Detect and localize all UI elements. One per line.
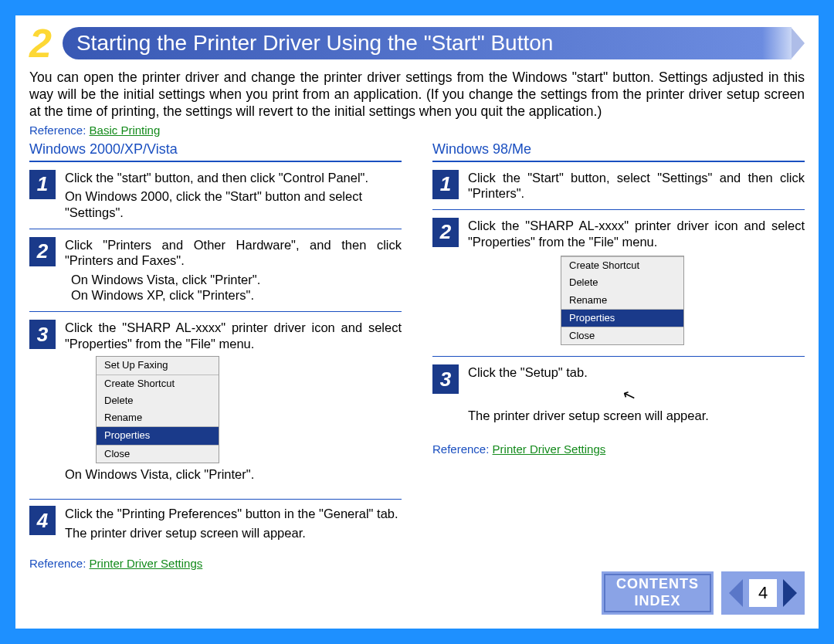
menu-item[interactable]: Create Shortcut xyxy=(561,256,683,274)
step-body: Click the "start" button, and then click… xyxy=(65,170,402,221)
title-track: Starting the Printer Driver Using the "S… xyxy=(63,27,792,59)
step-subtext: The printer driver setup screen will app… xyxy=(65,525,402,541)
menu-item[interactable]: Delete xyxy=(97,392,219,409)
step-body: Click "Printers and Other Hardware", and… xyxy=(65,237,402,304)
menu-item[interactable]: Set Up Faxing xyxy=(97,357,219,375)
section-number: 2 xyxy=(29,23,52,63)
document-page: 2 Starting the Printer Driver Using the … xyxy=(15,15,819,629)
intro-paragraph: You can open the printer driver and chan… xyxy=(29,69,805,120)
step-number: 3 xyxy=(432,364,459,394)
columns: Windows 2000/XP/Vista 1 Click the "start… xyxy=(29,141,805,575)
menu-item-selected[interactable]: Properties xyxy=(561,310,683,327)
step-after-text: The printer driver setup screen will app… xyxy=(468,408,805,424)
index-button[interactable]: INDEX xyxy=(634,593,680,610)
menu-item[interactable]: Rename xyxy=(561,292,683,310)
reference-label: Reference: xyxy=(432,442,489,456)
step-subtext-lines: On Windows Vista, click "Printer". On Wi… xyxy=(71,272,402,303)
step-subtext: On Windows 2000, click the "Start" butto… xyxy=(65,188,402,220)
bottom-nav: CONTENTS INDEX 4 xyxy=(602,571,805,615)
menu-item[interactable]: Close xyxy=(561,327,683,344)
step-text: Click "Printers and Other Hardware", and… xyxy=(65,237,402,269)
reference-top: Reference: Basic Printing xyxy=(29,124,805,137)
page-title: Starting the Printer Driver Using the "S… xyxy=(76,31,553,56)
title-arrow-icon xyxy=(791,27,805,59)
step-text: Click the "SHARP AL-xxxx" printer driver… xyxy=(65,320,402,351)
right-step-2: 2 Click the "SHARP AL-xxxx" printer driv… xyxy=(432,218,805,358)
contents-button[interactable]: CONTENTS xyxy=(616,576,699,593)
reference-link-driver-settings[interactable]: Printer Driver Settings xyxy=(493,442,606,456)
step-text: Click the "SHARP AL-xxxx" printer driver… xyxy=(468,218,805,249)
left-step-2: 2 Click "Printers and Other Hardware", a… xyxy=(29,237,402,313)
context-menu: Set Up Faxing Create Shortcut Delete Ren… xyxy=(96,356,219,463)
step-body: Click the "Setup" tab. ↖ The printer dri… xyxy=(468,364,805,426)
step-body: Click the "SHARP AL-xxxx" printer driver… xyxy=(65,320,402,485)
reference-label: Reference: xyxy=(29,557,86,570)
divider xyxy=(29,499,402,506)
step-body: Click the "Start" button, select "Settin… xyxy=(468,170,805,202)
reference-label: Reference: xyxy=(29,124,86,137)
step-text: Click the "Printing Preferences" button … xyxy=(65,506,402,522)
step-number: 1 xyxy=(432,170,459,199)
right-step-1: 1 Click the "Start" button, select "Sett… xyxy=(432,170,805,210)
step-text: Click the "Start" button, select "Settin… xyxy=(468,170,805,202)
page-nav: 4 xyxy=(721,571,805,615)
menu-item[interactable]: Create Shortcut xyxy=(97,375,219,392)
toc-panel: CONTENTS INDEX xyxy=(602,571,714,615)
menu-item-selected[interactable]: Properties xyxy=(97,427,219,444)
step-subtext: On Windows Vista, click "Printer". On Wi… xyxy=(65,272,402,303)
menu-item[interactable]: Close xyxy=(97,445,219,463)
context-menu: Create Shortcut Delete Rename Properties… xyxy=(561,256,684,345)
step-number: 2 xyxy=(29,237,56,266)
step-body: Click the "SHARP AL-xxxx" printer driver… xyxy=(468,218,805,349)
left-heading: Windows 2000/XP/Vista xyxy=(29,141,402,162)
title-bar: 2 Starting the Printer Driver Using the … xyxy=(29,25,805,62)
reference-right: Reference: Printer Driver Settings xyxy=(432,442,805,456)
cursor-icon: ↖ xyxy=(619,384,639,406)
step-number: 1 xyxy=(29,170,56,199)
step-number: 3 xyxy=(29,320,56,349)
step-number: 2 xyxy=(432,218,459,247)
step-text: Click the "Setup" tab. xyxy=(468,364,805,381)
step-after-text: On Windows Vista, click "Printer". xyxy=(65,466,402,483)
left-step-4: 4 Click the "Printing Preferences" butto… xyxy=(29,506,402,548)
next-page-button[interactable] xyxy=(783,579,797,607)
left-step-3: 3 Click the "SHARP AL-xxxx" printer driv… xyxy=(29,320,402,493)
toc-inner: CONTENTS INDEX xyxy=(604,574,711,612)
left-step-1: 1 Click the "start" button, and then cli… xyxy=(29,170,402,229)
page-number: 4 xyxy=(749,579,777,607)
reference-link-driver-settings[interactable]: Printer Driver Settings xyxy=(90,557,203,570)
prev-page-button[interactable] xyxy=(729,579,743,607)
step-number: 4 xyxy=(29,506,56,535)
step-body: Click the "Printing Preferences" button … xyxy=(65,506,402,541)
left-column: Windows 2000/XP/Vista 1 Click the "start… xyxy=(29,141,402,575)
menu-item[interactable]: Delete xyxy=(561,274,683,291)
right-step-3: 3 Click the "Setup" tab. ↖ The printer d… xyxy=(432,364,805,434)
right-heading: Windows 98/Me xyxy=(432,141,805,162)
reference-link-basic-printing[interactable]: Basic Printing xyxy=(90,124,161,137)
step-text: Click the "start" button, and then click… xyxy=(65,170,402,186)
menu-item[interactable]: Rename xyxy=(97,409,219,427)
right-column: Windows 98/Me 1 Click the "Start" button… xyxy=(432,141,805,575)
reference-left: Reference: Printer Driver Settings xyxy=(29,557,402,570)
